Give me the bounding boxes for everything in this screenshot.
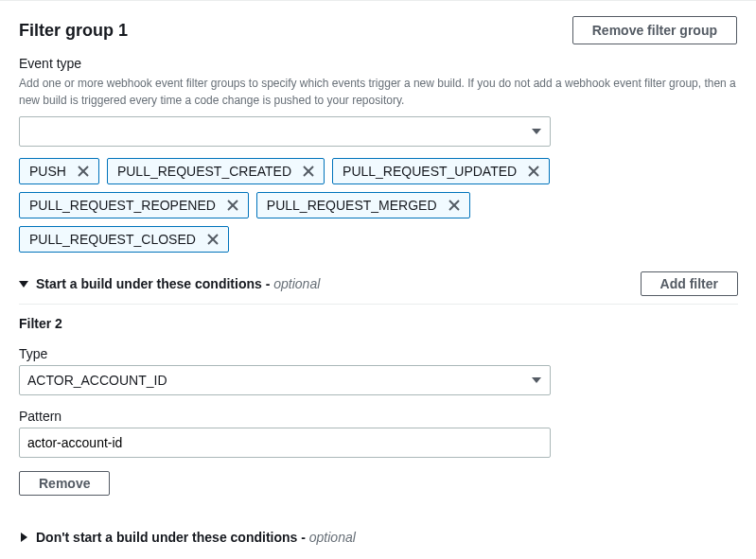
- type-select[interactable]: ACTOR_ACCOUNT_ID: [19, 365, 551, 395]
- close-icon[interactable]: [447, 198, 462, 213]
- remove-filter-button[interactable]: Remove: [19, 471, 110, 496]
- token-label: PULL_REQUEST_CLOSED: [29, 232, 196, 247]
- event-type-label: Event type: [19, 56, 737, 71]
- token-pr-reopened: PULL_REQUEST_REOPENED: [19, 192, 249, 218]
- event-type-description: Add one or more webhook event filter gro…: [19, 75, 737, 109]
- event-type-tokens: PUSH PULL_REQUEST_CREATED PULL_REQUEST_U…: [19, 158, 551, 253]
- filter-group-title: Filter group 1: [19, 21, 128, 41]
- close-icon[interactable]: [301, 164, 316, 179]
- token-pr-updated: PULL_REQUEST_UPDATED: [332, 158, 550, 184]
- svg-marker-15: [21, 533, 27, 542]
- filter-2-title: Filter 2: [19, 316, 737, 331]
- dont-start-conditions-toggle[interactable]: Don't start a build under these conditio…: [19, 522, 737, 545]
- token-label: PULL_REQUEST_CREATED: [117, 164, 291, 179]
- svg-marker-13: [19, 281, 28, 288]
- remove-filter-group-button[interactable]: Remove filter group: [572, 16, 737, 44]
- token-pr-closed: PULL_REQUEST_CLOSED: [19, 226, 229, 253]
- type-label: Type: [19, 346, 737, 361]
- caret-right-icon: [19, 533, 28, 542]
- token-label: PULL_REQUEST_MERGED: [267, 198, 437, 213]
- close-icon[interactable]: [205, 232, 220, 247]
- token-pr-created: PULL_REQUEST_CREATED: [107, 158, 325, 184]
- pattern-input[interactable]: [19, 428, 551, 458]
- event-type-select[interactable]: [19, 116, 551, 147]
- token-pr-merged: PULL_REQUEST_MERGED: [256, 192, 470, 218]
- token-label: PULL_REQUEST_UPDATED: [343, 164, 517, 179]
- close-icon[interactable]: [225, 198, 240, 213]
- start-conditions-title: Start a build under these conditions - o…: [36, 276, 320, 291]
- pattern-label: Pattern: [19, 409, 737, 424]
- token-label: PUSH: [29, 164, 66, 179]
- caret-down-icon: [19, 279, 28, 288]
- close-icon[interactable]: [526, 164, 541, 179]
- add-filter-button[interactable]: Add filter: [641, 271, 738, 296]
- close-icon[interactable]: [76, 164, 91, 179]
- dont-start-conditions-title: Don't start a build under these conditio…: [36, 530, 356, 545]
- start-conditions-toggle[interactable]: Start a build under these conditions - o…: [19, 276, 320, 291]
- token-label: PULL_REQUEST_REOPENED: [29, 198, 216, 213]
- token-push: PUSH: [19, 158, 99, 184]
